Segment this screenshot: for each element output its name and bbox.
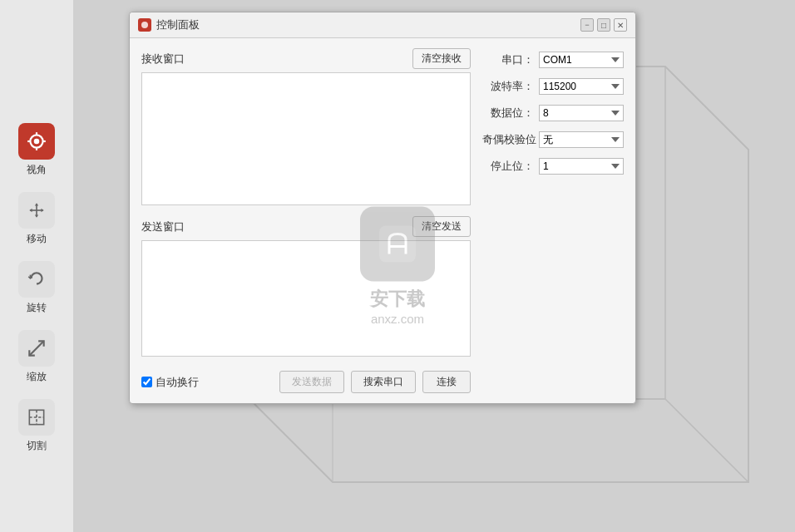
sidebar-item-zoom[interactable]: 缩放 xyxy=(7,323,67,391)
baud-label: 波特率： xyxy=(482,79,534,94)
rotate-icon xyxy=(26,268,47,290)
send-section-header: 发送窗口 清空发送 xyxy=(141,216,471,237)
zoom-icon-box xyxy=(18,330,55,367)
dialog-body: 接收窗口 清空接收 发送窗口 清空发送 自动换行 xyxy=(130,38,635,403)
send-textarea[interactable] xyxy=(141,240,471,357)
svg-point-6 xyxy=(34,139,40,145)
move-icon xyxy=(26,200,47,221)
data-bits-row: 数据位： 5 6 7 8 xyxy=(482,105,624,121)
svg-line-14 xyxy=(29,341,43,355)
minimize-button[interactable]: － xyxy=(580,18,594,32)
view-icon xyxy=(26,131,47,152)
send-section: 发送窗口 清空发送 xyxy=(141,216,471,359)
baud-row: 波特率： 9600 19200 38400 57600 115200 xyxy=(482,78,624,95)
cut-icon xyxy=(26,406,47,428)
svg-point-18 xyxy=(141,22,148,28)
receive-section: 接收窗口 清空接收 xyxy=(141,48,471,208)
sidebar-item-view-label: 视角 xyxy=(27,163,47,177)
data-bits-label: 数据位： xyxy=(482,106,534,121)
dialog-title-controls: － □ ✕ xyxy=(580,18,627,32)
left-panel: 接收窗口 清空接收 发送窗口 清空发送 自动换行 xyxy=(141,48,471,393)
stop-bits-row: 停止位： 1 1.5 2 xyxy=(482,158,624,175)
close-button[interactable]: ✕ xyxy=(614,18,627,32)
parity-select[interactable]: 无 奇校验 偶校验 xyxy=(539,131,624,148)
rotate-icon-box xyxy=(18,261,55,298)
clear-receive-button[interactable]: 清空接收 xyxy=(412,48,471,69)
send-label: 发送窗口 xyxy=(141,219,185,234)
cut-icon-box xyxy=(18,399,55,436)
baud-select[interactable]: 9600 19200 38400 57600 115200 xyxy=(539,78,624,95)
bottom-controls: 自动换行 发送数据 搜索串口 连接 xyxy=(141,371,471,393)
data-bits-select[interactable]: 5 6 7 8 xyxy=(539,105,624,121)
maximize-button[interactable]: □ xyxy=(597,18,610,32)
sidebar-item-move[interactable]: 移动 xyxy=(7,185,67,253)
sidebar-item-cut[interactable]: 切割 xyxy=(7,392,67,460)
receive-section-header: 接收窗口 清空接收 xyxy=(141,48,471,69)
stop-bits-select[interactable]: 1 1.5 2 xyxy=(539,158,624,175)
send-data-button[interactable]: 发送数据 xyxy=(279,371,344,393)
dialog-title-left: 控制面板 xyxy=(138,17,200,32)
receive-label: 接收窗口 xyxy=(141,52,185,66)
port-select[interactable]: COM1 COM2 COM3 COM4 xyxy=(539,52,624,68)
zoom-icon xyxy=(26,337,47,359)
dialog-title-icon xyxy=(138,18,151,32)
view-icon-box xyxy=(18,123,55,160)
port-label: 串口： xyxy=(482,52,534,67)
connect-button[interactable]: 连接 xyxy=(422,371,471,393)
title-logo-icon xyxy=(141,21,149,29)
port-row: 串口： COM1 COM2 COM3 COM4 xyxy=(482,52,624,68)
sidebar-item-move-label: 移动 xyxy=(27,232,47,246)
right-panel: 串口： COM1 COM2 COM3 COM4 波特率： 9600 19200 … xyxy=(482,48,624,393)
sidebar-item-view[interactable]: 视角 xyxy=(7,116,67,184)
receive-textarea[interactable] xyxy=(141,72,471,205)
clear-send-button[interactable]: 清空发送 xyxy=(412,216,471,237)
search-port-button[interactable]: 搜索串口 xyxy=(351,371,416,393)
sidebar-item-rotate-label: 旋转 xyxy=(27,301,47,315)
dialog-title-text: 控制面板 xyxy=(156,17,200,32)
sidebar-item-zoom-label: 缩放 xyxy=(27,370,47,384)
auto-newline-text: 自动换行 xyxy=(156,375,199,390)
parity-label: 奇偶校验位： xyxy=(482,132,534,147)
sidebar: 视角 移动 旋转 xyxy=(0,0,73,532)
dialog-titlebar: 控制面板 － □ ✕ xyxy=(130,12,635,38)
move-icon-box xyxy=(18,192,55,229)
auto-newline-checkbox[interactable] xyxy=(141,377,152,387)
sidebar-item-cut-label: 切割 xyxy=(27,439,47,453)
parity-row: 奇偶校验位： 无 奇校验 偶校验 xyxy=(482,131,624,148)
sidebar-item-rotate[interactable]: 旋转 xyxy=(7,254,67,322)
dialog-window: 控制面板 － □ ✕ 接收窗口 清空接收 发送窗口 清空发送 xyxy=(129,12,636,404)
stop-bits-label: 停止位： xyxy=(482,159,534,174)
auto-newline-label[interactable]: 自动换行 xyxy=(141,375,199,390)
